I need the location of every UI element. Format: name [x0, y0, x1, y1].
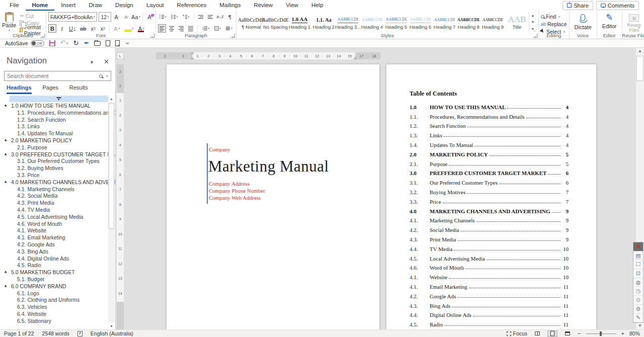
toc-entry[interactable]: 1.1. Procedures, Recommendations and Det… [410, 110, 569, 120]
search-dropdown-caret[interactable]: ˅ [106, 74, 108, 78]
toc-entry[interactable]: 3.2. Buying Motives 7 [410, 186, 569, 195]
toc-entry[interactable]: 4.1. Marketing Channels 9 [410, 214, 569, 224]
search-input[interactable] [5, 73, 99, 79]
replace-button[interactable]: abReplace [541, 21, 567, 28]
focus-button[interactable]: Focus [507, 330, 528, 336]
sort-button[interactable]: A↓Z [216, 13, 224, 21]
customize-qat-button[interactable]: ≂ [125, 41, 129, 46]
heading-item[interactable]: 6.5. Stationary [0, 318, 115, 325]
company-phone-placeholder[interactable]: Company Phone Number [209, 188, 265, 194]
search-icon[interactable] [99, 74, 103, 78]
paragraph-dialog-launcher[interactable] [231, 34, 235, 38]
document-scrollbar-thumb[interactable] [636, 56, 643, 81]
share-button[interactable]: Share [562, 1, 593, 10]
addin-icon[interactable]: ▤ [633, 251, 643, 261]
ribbon-tab[interactable]: Insert [54, 0, 82, 11]
ribbon-tab[interactable]: View [279, 0, 305, 11]
show-paragraph-marks-button[interactable]: ¶ [226, 13, 234, 21]
print-layout-button[interactable] [547, 330, 557, 337]
toc-entry[interactable]: 4.1. Email Marketing 11 [410, 280, 569, 290]
zoom-slider-thumb[interactable] [600, 331, 602, 336]
scroll-down-arrow-icon[interactable]: ▼ [108, 323, 115, 329]
page-indicator[interactable]: Page 1 of 22 [4, 330, 34, 336]
toc-entry[interactable]: 4.6. Word of Mouth 10 [410, 262, 569, 271]
toc-entry[interactable]: 4.4. Digital Online Ads 11 [410, 309, 569, 318]
vertical-ruler[interactable]: 21 1234567891011121314 [117, 64, 124, 329]
navigation-options-caret[interactable]: ▼ [90, 60, 94, 65]
align-left-button[interactable] [158, 24, 166, 33]
heading-item[interactable]: 6.1. Logo [0, 290, 115, 297]
heading-item[interactable]: 3.0 PREFFERED CUSTOMER TARGET MARKET [0, 151, 115, 158]
toc-entry[interactable]: 1.4. Updates To Manual 4 [410, 138, 569, 148]
autosave-switch[interactable]: Off [31, 40, 44, 46]
heading-item[interactable]: 4.1. Marketing Channels [0, 186, 115, 193]
line-spacing-button[interactable]: ↕˅ [200, 24, 211, 33]
style-item[interactable]: AABBCCDI Heading 5 [384, 13, 408, 31]
toc-entry[interactable]: 1.0 HOW TO USE THIS MANUAL 4 [410, 101, 569, 110]
paste-button[interactable]: Paste ˅ [2, 12, 16, 32]
toc-entry[interactable]: 4.4. TV Media 10 [410, 242, 569, 252]
heading-item[interactable]: 6.0 COMPANY BRAND [0, 283, 115, 290]
justify-button[interactable] [187, 24, 195, 33]
text-effects-button[interactable]: A˅ [112, 24, 121, 33]
toc-entry[interactable]: 2.0 MARKETING POLICY 5 [410, 148, 569, 157]
horizontal-ruler[interactable]: 21 123456789101112131415 1718 [156, 52, 380, 59]
save-button[interactable] [49, 40, 55, 46]
style-item[interactable]: 1.1. Aa Heading 2 [312, 13, 336, 31]
collapse-ribbon-button[interactable]: ⌃ [637, 27, 641, 32]
bold-button[interactable]: B [48, 24, 56, 33]
style-item[interactable]: AABBCCDI Heading 6 [409, 13, 432, 31]
comments-button[interactable]: Comments [596, 1, 639, 10]
font-size-combobox[interactable]: 12˅ [99, 12, 111, 22]
paste-dropdown-caret[interactable]: ˅ [9, 29, 11, 32]
cut-button[interactable]: ✂Cut [18, 13, 44, 19]
style-item[interactable]: 1.0 AA Heading 1 [288, 13, 311, 31]
superscript-button[interactable]: x2 [99, 24, 107, 33]
align-center-button[interactable] [168, 24, 176, 33]
tab-stop-selector[interactable]: L [117, 52, 124, 59]
find-button[interactable]: Find˅ [541, 13, 567, 20]
navigation-tab[interactable]: Headings [7, 85, 32, 94]
heading-item[interactable]: 2.1. Purpose [0, 144, 115, 151]
company-address-placeholder[interactable]: Company Address [209, 181, 250, 187]
document-page-2[interactable]: Table of Contents 1.0 HOW TO USE THIS MA… [386, 64, 596, 329]
zoom-out-button[interactable]: − [578, 330, 581, 336]
ribbon-tab[interactable]: References [170, 0, 213, 11]
company-web-placeholder[interactable]: Company Web Address [209, 195, 261, 201]
ribbon-tab[interactable]: Layout [140, 0, 171, 11]
heading-item[interactable]: 1.1. Procedures, Recommendations and Det… [0, 110, 115, 117]
ribbon-tab[interactable]: Help [305, 0, 330, 11]
toc-entry[interactable]: 4.3. Print Media 9 [410, 233, 569, 242]
heading-item[interactable]: 1.4. Updates To Manual [0, 130, 115, 137]
ribbon-tab[interactable]: File [3, 0, 26, 11]
font-color-button[interactable]: A˅ [137, 24, 146, 33]
heading-item[interactable]: 1.2. Search Function [0, 117, 115, 124]
style-item[interactable]: AABBCCDI Heading 7 [433, 13, 456, 31]
clear-formatting-button[interactable]: A [145, 13, 153, 21]
grow-font-button[interactable]: Aˆ [113, 13, 121, 21]
heading-item[interactable]: 4.1. Email Marketing [0, 234, 115, 241]
doc-scroll-up-icon[interactable]: ▲ [636, 48, 644, 55]
heading-item[interactable]: 3.1. Our Preferred Customer Types [0, 158, 115, 165]
numbering-button[interactable]: 123˅ [170, 13, 180, 21]
toc-entry[interactable]: 4.2. Social Media 9 [410, 223, 569, 233]
heading-item[interactable]: 4.6. Word of Mouth [0, 221, 115, 228]
align-right-button[interactable] [177, 24, 185, 33]
read-mode-button[interactable] [532, 330, 542, 337]
selected-heading-row[interactable] [10, 96, 108, 102]
ribbon-tab[interactable]: Review [247, 0, 279, 11]
toc-entry[interactable]: 1.2. Search Function 4 [410, 120, 569, 129]
document-title[interactable]: Marketing Manual [208, 157, 329, 176]
print-preview-button[interactable] [115, 40, 120, 46]
navigation-scrollbar[interactable]: ▲ ▼ [108, 96, 115, 329]
shading-button[interactable]: ˅ [213, 24, 223, 33]
addin-icon[interactable]: ⊙ [633, 296, 643, 305]
heading-item[interactable]: 4.2. Google Ads [0, 241, 115, 248]
toc-entry[interactable]: 2.1. Purpose 5 [410, 157, 569, 167]
ribbon-tab[interactable]: Mailings [213, 0, 247, 11]
font-dialog-launcher[interactable] [150, 34, 154, 38]
heading-item[interactable]: 4.4. Digital Online Ads [0, 256, 115, 263]
strikethrough-button[interactable]: ab [78, 24, 88, 33]
addin-icon[interactable]: ⊡ [633, 269, 643, 278]
addin-icon[interactable]: ☐ [633, 260, 643, 269]
